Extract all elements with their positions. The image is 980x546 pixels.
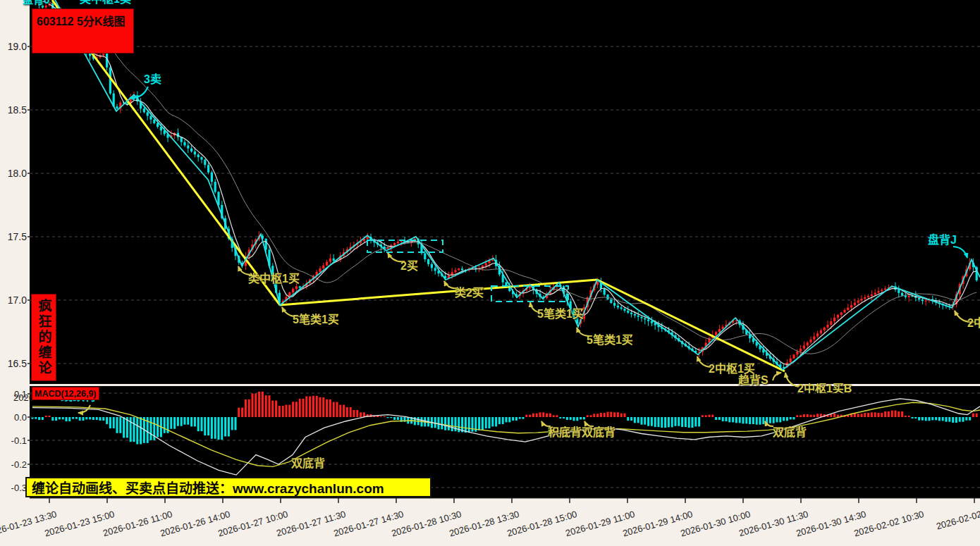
macd-indicator-label: MACD(12,26,9) xyxy=(32,389,97,399)
annotation-2-zhong: 2中 xyxy=(967,318,980,330)
annotation-5bi-lei-1-buy-b: 5笔类1买 xyxy=(537,309,584,321)
macd-axis-label: 0.0 xyxy=(0,412,27,423)
price-axis-label: 18.0 xyxy=(0,168,27,179)
annotation-3-sell: 3卖 xyxy=(144,74,161,86)
promo-banner-text: 缠论自动画线、买卖点自动推送：www.crazychanlun.com xyxy=(27,478,384,497)
price-axis-label: 16.5 xyxy=(0,358,27,369)
symbol-title: 603112 5分K线图 xyxy=(32,9,133,32)
annotation-shuangdibei-left: 双底背 xyxy=(291,458,325,470)
chart-app-window: 603112 5分K线图 疯狂的缠论 MACD(12,26,9) 缠论自动画线、… xyxy=(0,0,980,546)
annotation-lei-2-buy: 类2买 xyxy=(455,287,484,299)
price-axis-label: 17.5 xyxy=(0,231,27,242)
macd-axis-label: 2026 xyxy=(0,392,34,403)
annotation-5bi-lei-1-buy-c: 5笔类1买 xyxy=(587,335,633,347)
annotation-jidibei-shuangdibei: 积底背双底背 xyxy=(548,427,615,439)
annotation-panbei-J: 盘背J xyxy=(928,235,957,247)
annotation-panbei-0: 盘背0 xyxy=(23,0,49,6)
kline-pane[interactable] xyxy=(30,0,980,384)
macd-axis-label: -0.2 xyxy=(0,459,27,470)
annotation-clip-2-zhongshu-1-buy-B: 2中枢1买B xyxy=(797,383,882,393)
price-axis-label: 18.5 xyxy=(0,104,27,116)
annotation-5bi-lei-1-buy-a: 5笔类1买 xyxy=(293,314,339,326)
watermark-box: 疯狂的缠论 xyxy=(31,294,56,381)
annotation-2-buy: 2买 xyxy=(400,261,418,273)
annotation-lei-zhongshu-1-sell: 类中枢1卖 xyxy=(80,0,131,6)
annotation-lei-zhongshu-1-buy: 类中枢1买 xyxy=(248,273,300,285)
macd-axis-label: -0.1 xyxy=(0,435,27,446)
price-axis-label: 19.0 xyxy=(0,41,27,52)
promo-banner: 缠论自动画线、买卖点自动推送：www.crazychanlun.com xyxy=(25,477,431,497)
price-axis-label: 17.0 xyxy=(0,294,27,306)
macd-axis-label: -0.3 xyxy=(0,483,27,493)
symbol-title-box: 603112 5分K线图 xyxy=(32,8,134,54)
annotation-qubei-S: 趋背S xyxy=(738,375,768,387)
annotation-2-zhongshu-1-buy-B: 2中枢1买B xyxy=(797,383,882,393)
macd-indicator-box: MACD(12,26,9) xyxy=(32,387,99,400)
annotation-shuangdibei-right: 双底背 xyxy=(773,427,807,439)
watermark-text: 疯狂的缠论 xyxy=(37,299,51,376)
